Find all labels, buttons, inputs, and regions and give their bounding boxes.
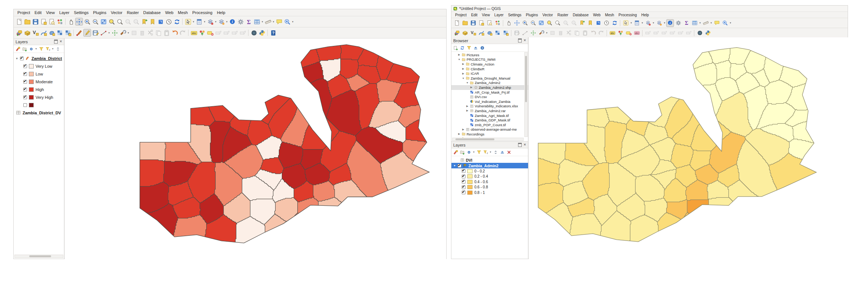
identify-features-icon[interactable]: i <box>666 19 674 27</box>
highlight-labels-icon[interactable] <box>214 29 222 37</box>
menu-layer[interactable]: Layer <box>492 13 506 17</box>
run-feature-action-icon[interactable] <box>237 18 244 26</box>
map-canvas-right[interactable] <box>529 37 848 259</box>
copy-features-icon[interactable] <box>573 29 581 37</box>
show-statistics-icon[interactable]: Σ <box>245 18 253 26</box>
metasearch-icon[interactable] <box>696 29 704 37</box>
show-bookmarks-icon[interactable] <box>586 19 594 27</box>
deselect-features-dropdown-icon[interactable]: ▾ <box>214 20 217 23</box>
layer-item-zambia-district[interactable]: ▾Zambia_District <box>14 54 64 62</box>
open-attribute-table-icon[interactable] <box>253 18 261 26</box>
filter-legend-icon[interactable] <box>38 46 44 52</box>
modify-attributes-icon[interactable] <box>548 29 556 37</box>
filter-legend-icon[interactable] <box>476 149 482 155</box>
layer-item-zambia-admin2[interactable]: ▾Zambia_Admin2 <box>451 163 528 168</box>
browser-item[interactable]: ▶ICAR <box>451 71 528 76</box>
expand-arrow-icon[interactable]: ▶ <box>458 53 461 56</box>
zoom-next-icon[interactable] <box>132 18 140 26</box>
add-group-icon[interactable] <box>459 149 465 155</box>
digitize-segment-dropdown-icon[interactable]: ▾ <box>108 31 110 34</box>
map-refresh-icon[interactable] <box>611 19 618 27</box>
data-source-manager-icon[interactable] <box>15 29 23 37</box>
legend-checkbox[interactable] <box>462 169 465 173</box>
legend-item[interactable] <box>14 101 64 109</box>
temporal-controller-icon[interactable] <box>165 18 173 26</box>
open-layer-styling-icon[interactable] <box>15 46 21 52</box>
python-console-icon[interactable] <box>704 29 712 37</box>
advanced-digitizing-icon[interactable] <box>537 29 545 37</box>
legend-checkbox[interactable] <box>462 180 465 184</box>
select-all-dropdown-icon[interactable]: ▾ <box>663 21 666 24</box>
expand-arrow-icon[interactable]: ▼ <box>458 58 461 61</box>
browser-item[interactable]: DVI.csv <box>451 94 528 99</box>
layer-diagram-icon[interactable] <box>617 29 624 37</box>
deselect-features-icon[interactable] <box>644 19 652 27</box>
expand-arrow-icon[interactable]: ▶ <box>462 67 465 70</box>
expand-arrow-icon[interactable]: ▶ <box>462 72 465 75</box>
legend-item[interactable]: 0.6 - 0.8 <box>451 185 528 190</box>
menu-mesh[interactable]: Mesh <box>603 13 616 17</box>
browser-item[interactable]: Zambia_Agri_Mask.tif <box>451 113 528 118</box>
add-vector-layer-icon[interactable] <box>23 29 31 37</box>
project-properties-icon[interactable] <box>48 18 56 26</box>
undo-icon[interactable] <box>171 29 178 37</box>
menu-view[interactable]: View <box>44 10 57 15</box>
filter-by-expression-dropdown-icon[interactable]: ▾ <box>489 151 492 154</box>
pan-to-selection-icon[interactable] <box>75 18 83 26</box>
project-new-icon[interactable] <box>15 18 23 26</box>
filter-browser-icon[interactable] <box>466 45 472 51</box>
toggle-editing-icon[interactable] <box>83 29 91 37</box>
zoom-full-icon[interactable] <box>537 19 545 27</box>
deselect-features-icon[interactable] <box>206 18 214 26</box>
add-raster-layer-icon[interactable] <box>494 29 501 37</box>
change-label-icon[interactable] <box>668 29 676 37</box>
menu-web[interactable]: Web <box>163 10 176 15</box>
expand-arrow-icon[interactable]: ▶ <box>466 105 469 108</box>
pan-map-icon[interactable] <box>67 18 75 26</box>
select-by-value-icon[interactable] <box>195 18 203 26</box>
menu-settings[interactable]: Settings <box>71 10 91 15</box>
locator-search-dropdown-icon[interactable]: ▾ <box>729 21 732 24</box>
legend-item[interactable]: Very Low <box>14 62 64 70</box>
paste-features-icon[interactable] <box>163 29 170 37</box>
rotate-label-icon[interactable] <box>660 29 668 37</box>
horizontal-scrollbar[interactable] <box>14 255 63 258</box>
move-label-icon[interactable] <box>652 29 660 37</box>
add-group-icon[interactable] <box>21 46 27 52</box>
add-mesh-layer-icon[interactable] <box>502 29 510 37</box>
browser-item[interactable]: ▼PROJECTS_IWMI <box>451 57 528 62</box>
layer-checkbox[interactable] <box>20 57 24 60</box>
project-new-icon[interactable] <box>453 19 461 27</box>
python-console-icon[interactable] <box>258 29 266 37</box>
browser-item[interactable]: ▶ClimBeR <box>451 67 528 71</box>
toggle-labels-icon[interactable] <box>685 29 692 37</box>
menu-database[interactable]: Database <box>141 10 163 15</box>
project-open-icon[interactable] <box>461 19 469 27</box>
legend-checkbox[interactable] <box>462 185 465 189</box>
rotate-label-icon[interactable] <box>231 29 238 37</box>
new-spatial-bookmark-icon[interactable] <box>140 18 148 26</box>
layer-labeling-icon[interactable]: abc <box>190 29 198 37</box>
show-hidden-labels-icon[interactable] <box>677 29 684 37</box>
zoom-out-icon[interactable] <box>91 18 99 26</box>
legend-item[interactable]: Very High <box>14 93 64 101</box>
vertex-tool-icon[interactable] <box>111 29 118 37</box>
browser-item[interactable]: Vul_Indication_Zambia <box>451 99 528 104</box>
filter-by-expression-icon[interactable]: ε <box>483 149 488 155</box>
advanced-digitizing-icon[interactable] <box>119 29 127 37</box>
style-manager-icon[interactable] <box>56 18 64 26</box>
legend-checkbox[interactable] <box>23 103 27 107</box>
panel-dock-icon[interactable] <box>518 143 522 147</box>
new-shapefile-layer-icon[interactable]: V <box>469 29 477 37</box>
measure-line-dropdown-icon[interactable]: ▾ <box>272 20 275 23</box>
menu-vector[interactable]: Vector <box>540 13 555 17</box>
open-attribute-table-dropdown-icon[interactable]: ▾ <box>261 20 264 23</box>
project-properties-icon[interactable] <box>485 19 493 27</box>
new-geopackage-layer-icon[interactable] <box>40 29 47 37</box>
select-all-dropdown-icon[interactable]: ▾ <box>226 20 228 23</box>
identify-features-icon[interactable]: i <box>228 18 236 26</box>
title-bar[interactable]: *Untitled Project — QGIS <box>451 6 848 12</box>
menu-database[interactable]: Database <box>571 13 591 17</box>
browser-item[interactable]: Zambia_GDP_Mask.tif <box>451 118 528 122</box>
map-canvas-left[interactable] <box>65 38 446 259</box>
